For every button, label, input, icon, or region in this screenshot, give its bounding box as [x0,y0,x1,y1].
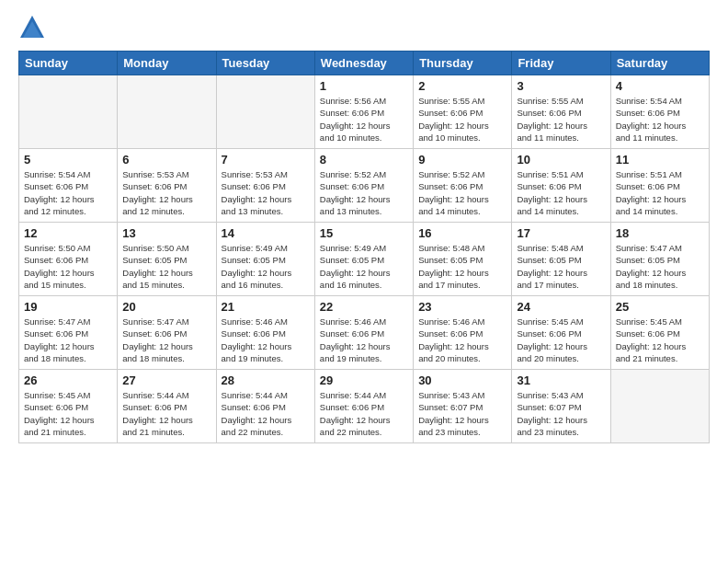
calendar-cell: 2Sunrise: 5:55 AM Sunset: 6:06 PM Daylig… [414,75,512,149]
day-info: Sunrise: 5:52 AM Sunset: 6:06 PM Dayligh… [320,168,408,217]
day-number: 2 [418,79,506,93]
calendar-cell: 29Sunrise: 5:44 AM Sunset: 6:06 PM Dayli… [314,370,413,443]
day-number: 10 [517,153,605,167]
day-number: 28 [222,373,310,387]
day-number: 25 [616,300,704,314]
day-number: 23 [418,300,506,314]
weekday-header-thursday: Thursday [414,52,512,75]
calendar-cell: 30Sunrise: 5:43 AM Sunset: 6:07 PM Dayli… [414,370,512,443]
day-info: Sunrise: 5:55 AM Sunset: 6:06 PM Dayligh… [517,95,605,144]
day-number: 16 [418,226,506,240]
logo-icon [18,14,46,41]
calendar-cell: 26Sunrise: 5:45 AM Sunset: 6:06 PM Dayli… [19,370,118,443]
calendar-body: 1Sunrise: 5:56 AM Sunset: 6:06 PM Daylig… [19,75,710,443]
day-number: 6 [122,153,210,167]
day-info: Sunrise: 5:51 AM Sunset: 6:06 PM Dayligh… [517,168,605,217]
day-info: Sunrise: 5:44 AM Sunset: 6:06 PM Dayligh… [122,389,210,438]
day-info: Sunrise: 5:49 AM Sunset: 6:05 PM Dayligh… [320,242,408,291]
day-number: 12 [24,226,112,240]
calendar-cell: 4Sunrise: 5:54 AM Sunset: 6:06 PM Daylig… [610,75,709,149]
calendar-cell: 12Sunrise: 5:50 AM Sunset: 6:06 PM Dayli… [19,223,118,296]
day-number: 19 [24,300,112,314]
day-info: Sunrise: 5:54 AM Sunset: 6:06 PM Dayligh… [24,168,112,217]
weekday-header-tuesday: Tuesday [216,52,314,75]
day-number: 31 [517,373,605,387]
calendar-cell: 11Sunrise: 5:51 AM Sunset: 6:06 PM Dayli… [610,149,709,223]
day-number: 3 [517,79,605,93]
day-info: Sunrise: 5:50 AM Sunset: 6:05 PM Dayligh… [122,242,210,291]
day-info: Sunrise: 5:53 AM Sunset: 6:06 PM Dayligh… [122,168,210,217]
calendar-cell: 19Sunrise: 5:47 AM Sunset: 6:06 PM Dayli… [19,296,118,370]
calendar-table: SundayMondayTuesdayWednesdayThursdayFrid… [18,51,710,443]
day-number: 17 [517,226,605,240]
calendar-cell: 7Sunrise: 5:53 AM Sunset: 6:06 PM Daylig… [216,149,314,223]
calendar-header: SundayMondayTuesdayWednesdayThursdayFrid… [19,52,710,75]
day-number: 14 [222,226,310,240]
day-number: 7 [222,153,310,167]
day-info: Sunrise: 5:47 AM Sunset: 6:05 PM Dayligh… [616,242,704,291]
day-info: Sunrise: 5:51 AM Sunset: 6:06 PM Dayligh… [616,168,704,217]
calendar-cell: 15Sunrise: 5:49 AM Sunset: 6:05 PM Dayli… [314,223,413,296]
day-number: 13 [122,226,210,240]
day-info: Sunrise: 5:43 AM Sunset: 6:07 PM Dayligh… [517,389,605,438]
calendar-cell: 24Sunrise: 5:45 AM Sunset: 6:06 PM Dayli… [512,296,610,370]
calendar-cell: 27Sunrise: 5:44 AM Sunset: 6:06 PM Dayli… [118,370,216,443]
calendar-cell: 9Sunrise: 5:52 AM Sunset: 6:06 PM Daylig… [414,149,512,223]
calendar-cell: 3Sunrise: 5:55 AM Sunset: 6:06 PM Daylig… [512,75,610,149]
day-info: Sunrise: 5:44 AM Sunset: 6:06 PM Dayligh… [320,389,408,438]
calendar-cell: 23Sunrise: 5:46 AM Sunset: 6:06 PM Dayli… [414,296,512,370]
calendar-cell: 6Sunrise: 5:53 AM Sunset: 6:06 PM Daylig… [118,149,216,223]
day-info: Sunrise: 5:48 AM Sunset: 6:05 PM Dayligh… [418,242,506,291]
day-info: Sunrise: 5:46 AM Sunset: 6:06 PM Dayligh… [222,316,310,364]
day-number: 26 [24,373,112,387]
day-info: Sunrise: 5:56 AM Sunset: 6:06 PM Dayligh… [320,95,408,144]
day-info: Sunrise: 5:50 AM Sunset: 6:06 PM Dayligh… [24,242,112,291]
weekday-header-friday: Friday [512,52,610,75]
weekday-header-row: SundayMondayTuesdayWednesdayThursdayFrid… [19,52,710,75]
calendar-week-row: 12Sunrise: 5:50 AM Sunset: 6:06 PM Dayli… [19,223,710,296]
day-info: Sunrise: 5:49 AM Sunset: 6:05 PM Dayligh… [222,242,310,291]
day-info: Sunrise: 5:45 AM Sunset: 6:06 PM Dayligh… [24,389,112,438]
day-info: Sunrise: 5:47 AM Sunset: 6:06 PM Dayligh… [122,316,210,364]
calendar-cell: 13Sunrise: 5:50 AM Sunset: 6:05 PM Dayli… [118,223,216,296]
day-number: 8 [320,153,408,167]
day-number: 24 [517,300,605,314]
day-number: 18 [616,226,704,240]
day-number: 27 [122,373,210,387]
day-number: 22 [320,300,408,314]
calendar-week-row: 5Sunrise: 5:54 AM Sunset: 6:06 PM Daylig… [19,149,710,223]
day-number: 15 [320,226,408,240]
day-number: 5 [24,153,112,167]
weekday-header-monday: Monday [118,52,216,75]
calendar-cell: 8Sunrise: 5:52 AM Sunset: 6:06 PM Daylig… [314,149,413,223]
calendar-week-row: 26Sunrise: 5:45 AM Sunset: 6:06 PM Dayli… [19,370,710,443]
calendar-cell: 31Sunrise: 5:43 AM Sunset: 6:07 PM Dayli… [512,370,610,443]
day-info: Sunrise: 5:53 AM Sunset: 6:06 PM Dayligh… [222,168,310,217]
day-info: Sunrise: 5:46 AM Sunset: 6:06 PM Dayligh… [320,316,408,364]
calendar-cell: 20Sunrise: 5:47 AM Sunset: 6:06 PM Dayli… [118,296,216,370]
day-info: Sunrise: 5:44 AM Sunset: 6:06 PM Dayligh… [222,389,310,438]
day-number: 29 [320,373,408,387]
day-number: 4 [616,79,704,93]
calendar-cell: 5Sunrise: 5:54 AM Sunset: 6:06 PM Daylig… [19,149,118,223]
calendar-cell [216,75,314,149]
calendar-cell: 21Sunrise: 5:46 AM Sunset: 6:06 PM Dayli… [216,296,314,370]
header [18,14,710,41]
day-info: Sunrise: 5:55 AM Sunset: 6:06 PM Dayligh… [418,95,506,144]
calendar-cell: 16Sunrise: 5:48 AM Sunset: 6:05 PM Dayli… [414,223,512,296]
calendar-cell: 17Sunrise: 5:48 AM Sunset: 6:05 PM Dayli… [512,223,610,296]
calendar-cell: 28Sunrise: 5:44 AM Sunset: 6:06 PM Dayli… [216,370,314,443]
day-info: Sunrise: 5:52 AM Sunset: 6:06 PM Dayligh… [418,168,506,217]
day-info: Sunrise: 5:46 AM Sunset: 6:06 PM Dayligh… [418,316,506,364]
calendar-week-row: 1Sunrise: 5:56 AM Sunset: 6:06 PM Daylig… [19,75,710,149]
day-number: 30 [418,373,506,387]
calendar-cell: 14Sunrise: 5:49 AM Sunset: 6:05 PM Dayli… [216,223,314,296]
day-info: Sunrise: 5:48 AM Sunset: 6:05 PM Dayligh… [517,242,605,291]
page: SundayMondayTuesdayWednesdayThursdayFrid… [0,0,728,563]
calendar-cell: 22Sunrise: 5:46 AM Sunset: 6:06 PM Dayli… [314,296,413,370]
day-number: 1 [320,79,408,93]
calendar-cell [610,370,709,443]
day-number: 21 [222,300,310,314]
weekday-header-saturday: Saturday [610,52,709,75]
calendar-cell: 10Sunrise: 5:51 AM Sunset: 6:06 PM Dayli… [512,149,610,223]
